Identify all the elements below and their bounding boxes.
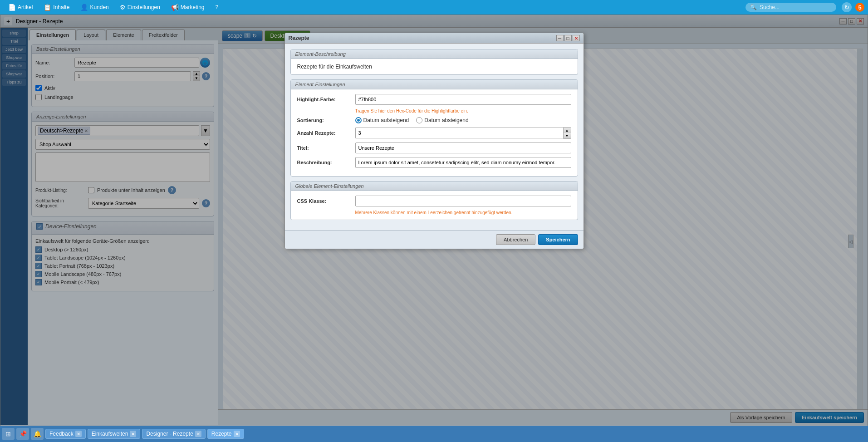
taskbar-designer-rezepte[interactable]: Designer - Rezepte ✕ <box>142 429 205 439</box>
search-icon: 🔍 <box>750 4 757 10</box>
sort-desc-option[interactable]: Datum absteigend <box>416 117 468 123</box>
highlight-hint: Tragen Sie hier den Hex-Code für die Hig… <box>355 108 571 113</box>
taskbar-home[interactable]: ⊞ <box>2 428 15 440</box>
rezepte-close[interactable]: ✕ <box>234 431 240 437</box>
sort-asc-option[interactable]: Datum aufsteigend <box>355 117 409 123</box>
nav-marketing[interactable]: 📢 Marketing <box>167 2 209 13</box>
beschreibung-label: Beschreibung: <box>297 160 352 165</box>
search-input[interactable] <box>760 4 828 10</box>
globale-title: Globale Element-Einstellungen <box>291 182 578 191</box>
anzahl-spin-up[interactable]: ▲ <box>564 128 571 133</box>
modal-footer: Abbrechen Speichern <box>285 230 584 249</box>
element-einstellungen-body: Highlight-Farbe: Tragen Sie hier den Hex… <box>291 89 578 176</box>
modal-overlay: Rezepte ─ □ ✕ Element-Beschreibung Rezep… <box>0 15 868 426</box>
titel-label: Titel: <box>297 145 352 151</box>
taskbar-einkaufswelten[interactable]: Einkaufswelten ✕ <box>88 429 141 439</box>
nav-kunden[interactable]: 👤 Kunden <box>76 2 113 13</box>
modal-title: Rezepte <box>289 35 309 41</box>
css-label: CSS Klasse: <box>297 198 352 204</box>
modal-close[interactable]: ✕ <box>573 35 580 41</box>
anzahl-label: Anzahl Rezepte: <box>297 130 352 136</box>
css-input[interactable] <box>355 196 571 206</box>
element-beschreibung-text: Rezepte für die Einkaufswelten <box>297 64 372 70</box>
einstellungen-icon: ⚙ <box>120 4 126 11</box>
nav-refresh-icon[interactable]: ↻ <box>842 2 852 12</box>
sort-radio-group: Datum aufsteigend Datum absteigend <box>355 117 469 123</box>
einkaufswelten-close[interactable]: ✕ <box>130 431 136 437</box>
highlight-row: Highlight-Farbe: <box>297 94 571 105</box>
taskbar: ⊞ 📌 🔔 Feedback ✕ Einkaufswelten ✕ Design… <box>0 426 868 442</box>
globale-einstellungen-section: Globale Element-Einstellungen CSS Klasse… <box>290 181 578 220</box>
nav-einstellungen[interactable]: ⚙ Einstellungen <box>115 2 165 13</box>
nav-artikel[interactable]: 📄 Artikel <box>4 2 37 13</box>
taskbar-feedback[interactable]: Feedback ✕ <box>45 429 86 439</box>
css-hint: Mehrere Klassen können mit einem Leerzei… <box>355 210 571 215</box>
sortierung-label: Sortierung: <box>297 118 352 123</box>
css-row: CSS Klasse: <box>297 196 571 206</box>
modal-body: Element-Beschreibung Rezepte für die Ein… <box>285 44 584 230</box>
inhalte-icon: 📋 <box>44 4 51 11</box>
main-area: + Designer - Rezepte ─ □ ✕ shop Titel Je… <box>0 15 868 442</box>
nav-right-area: ↻ 5 <box>842 2 864 12</box>
titel-row: Titel: <box>297 142 571 153</box>
designer-close[interactable]: ✕ <box>195 431 201 437</box>
beschreibung-input[interactable] <box>355 157 571 168</box>
modal-titlebar: Rezepte ─ □ ✕ <box>285 33 584 44</box>
element-beschreibung-title: Element-Beschreibung <box>291 49 578 59</box>
element-einstellungen-section: Element-Einstellungen Highlight-Farbe: T… <box>290 79 578 177</box>
element-beschreibung-section: Element-Beschreibung Rezepte für die Ein… <box>290 49 578 75</box>
modal-controls: ─ □ ✕ <box>556 35 580 41</box>
taskbar-bell[interactable]: 🔔 <box>31 428 44 440</box>
top-navigation: 📄 Artikel 📋 Inhalte 👤 Kunden ⚙ Einstellu… <box>0 0 868 15</box>
nav-inhalte[interactable]: 📋 Inhalte <box>39 2 74 13</box>
search-bar: 🔍 <box>745 3 836 12</box>
feedback-close[interactable]: ✕ <box>75 431 82 437</box>
taskbar-pin[interactable]: 📌 <box>16 428 29 440</box>
modal-maximize[interactable]: □ <box>564 35 572 41</box>
anzahl-spin-down[interactable]: ▼ <box>564 133 571 138</box>
anzahl-input-group: ▲ ▼ <box>355 127 571 139</box>
beschreibung-row: Beschreibung: <box>297 157 571 168</box>
titel-input[interactable] <box>355 142 571 153</box>
anzahl-input[interactable] <box>355 128 563 138</box>
element-beschreibung-body: Rezepte für die Einkaufswelten <box>291 59 578 74</box>
nav-badge: 5 <box>855 3 864 12</box>
modal-save-btn[interactable]: Speichern <box>538 234 578 245</box>
taskbar-rezepte[interactable]: Rezepte ✕ <box>207 429 244 439</box>
marketing-icon: 📢 <box>171 4 179 11</box>
highlight-label: Highlight-Farbe: <box>297 97 352 102</box>
radio-dot <box>357 119 360 122</box>
modal-cancel-btn[interactable]: Abbrechen <box>496 234 535 245</box>
modal-minimize[interactable]: ─ <box>556 35 564 41</box>
sortierung-row: Sortierung: Datum aufsteigend <box>297 117 571 123</box>
anzahl-row: Anzahl Rezepte: ▲ ▼ <box>297 127 571 139</box>
sort-asc-radio[interactable] <box>355 117 362 123</box>
highlight-input[interactable] <box>355 94 571 105</box>
globale-body: CSS Klasse: Mehrere Klassen können mit e… <box>291 191 578 220</box>
artikel-icon: 📄 <box>8 4 16 11</box>
element-einstellungen-title: Element-Einstellungen <box>291 80 578 89</box>
kunden-icon: 👤 <box>80 4 88 11</box>
nav-help[interactable]: ? <box>211 2 223 12</box>
sort-desc-radio[interactable] <box>416 117 422 123</box>
anzahl-spinner[interactable]: ▲ ▼ <box>563 127 571 139</box>
modal-rezepte: Rezepte ─ □ ✕ Element-Beschreibung Rezep… <box>284 33 584 249</box>
